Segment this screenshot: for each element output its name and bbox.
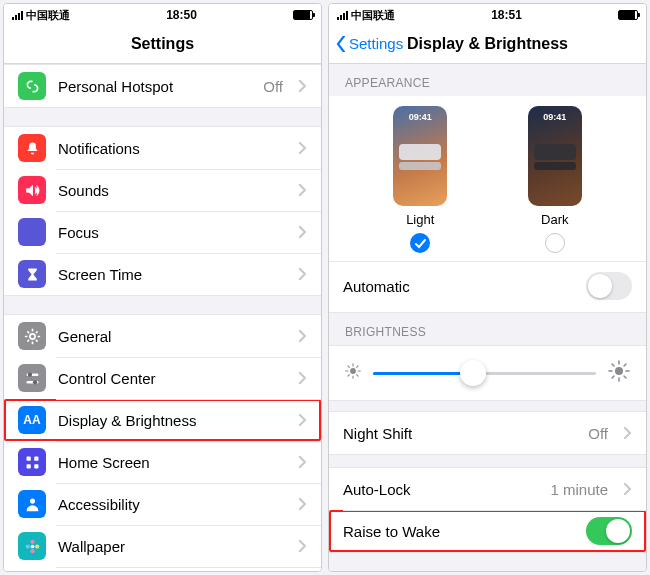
dark-theme-thumbnail: 09:41 [528,106,582,206]
carrier-label: 中国联通 [351,8,395,23]
night-shift-value: Off [588,425,608,442]
row-label: Screen Time [58,266,287,283]
link-icon [18,72,46,100]
row-value: Off [263,78,283,95]
svg-point-18 [29,498,34,503]
svg-point-12 [27,372,31,376]
speaker-icon [18,176,46,204]
row-label: General [58,328,287,345]
row-label: Sounds [58,182,287,199]
grid-icon [18,448,46,476]
svg-point-19 [30,544,34,548]
brightness-header: BRIGHTNESS [329,313,646,345]
status-bar: 中国联通 18:51 [329,4,646,24]
automatic-toggle[interactable] [586,272,632,300]
svg-point-9 [29,333,34,338]
settings-row-wallpaper[interactable]: Wallpaper [4,525,321,567]
settings-row-notifications[interactable]: Notifications [4,127,321,169]
status-time: 18:51 [491,8,522,22]
chevron-right-icon [299,456,307,468]
settings-row-personal-hotspot[interactable]: Personal HotspotOff [4,65,321,107]
chevron-right-icon [299,268,307,280]
AA-icon: AA [18,406,46,434]
brightness-high-icon [608,360,630,386]
page-title: Display & Brightness [407,35,568,53]
page-title: Settings [131,35,194,53]
settings-row-display-brightness[interactable]: AADisplay & Brightness [4,399,321,441]
svg-point-23 [35,544,39,548]
row-label: Home Screen [58,454,287,471]
phone-right-display-brightness: 中国联通 18:51 Settings Display & Brightness… [328,3,647,572]
night-shift-row[interactable]: Night Shift Off [329,412,646,454]
raise-to-wake-toggle[interactable] [586,517,632,545]
automatic-label: Automatic [343,278,586,295]
battery-icon [618,10,638,20]
person-icon [18,490,46,518]
back-button[interactable]: Settings [335,35,403,52]
svg-point-13 [32,380,36,384]
svg-rect-17 [34,464,38,468]
chevron-right-icon [299,414,307,426]
nav-bar: Settings Display & Brightness [329,24,646,64]
chevron-right-icon [624,483,632,495]
night-shift-label: Night Shift [343,425,576,442]
row-label: Notifications [58,140,287,157]
nav-bar: Settings [4,24,321,64]
svg-rect-14 [26,456,30,460]
settings-row-accessibility[interactable]: Accessibility [4,483,321,525]
settings-row-focus[interactable]: Focus [4,211,321,253]
chevron-right-icon [299,184,307,196]
chevron-right-icon [299,498,307,510]
auto-lock-label: Auto-Lock [343,481,538,498]
light-theme-thumbnail: 09:41 [393,106,447,206]
chevron-right-icon [299,372,307,384]
chevron-right-icon [299,226,307,238]
settings-row-general[interactable]: General [4,315,321,357]
gear-icon [18,322,46,350]
row-label: Personal Hotspot [58,78,251,95]
settings-row-control-center[interactable]: Control Center [4,357,321,399]
light-radio-selected[interactable] [410,233,430,253]
auto-lock-row[interactable]: Auto-Lock 1 minute [329,468,646,510]
raise-to-wake-label: Raise to Wake [343,523,574,540]
back-label: Settings [349,35,403,52]
flower-icon [18,532,46,560]
chevron-right-icon [299,330,307,342]
chevron-right-icon [299,540,307,552]
settings-row-screen-time[interactable]: Screen Time [4,253,321,295]
light-label: Light [406,212,434,227]
svg-point-20 [30,539,34,543]
settings-row-home-screen[interactable]: Home Screen [4,441,321,483]
appearance-header: APPEARANCE [329,64,646,96]
row-label: Wallpaper [58,538,287,555]
appearance-mode-dark[interactable]: 09:41 Dark [528,106,582,253]
auto-lock-value: 1 minute [550,481,608,498]
raise-to-wake-row[interactable]: Raise to Wake [329,510,646,552]
appearance-mode-light[interactable]: 09:41 Light [393,106,447,253]
svg-rect-15 [34,456,38,460]
bell-icon [18,134,46,162]
battery-icon [293,10,313,20]
row-label: Focus [58,224,287,241]
chevron-right-icon [299,80,307,92]
brightness-slider[interactable] [373,372,596,375]
settings-row-siri-search[interactable]: Siri & Search [4,567,321,571]
settings-row-sounds[interactable]: Sounds [4,169,321,211]
chevron-right-icon [624,427,632,439]
phone-left-settings: 中国联通 18:50 Settings Personal HotspotOffN… [3,3,322,572]
dark-radio-unselected[interactable] [545,233,565,253]
chevron-right-icon [299,142,307,154]
display-brightness-content[interactable]: APPEARANCE 09:41 Light 09:41 Dark [329,64,646,571]
dark-label: Dark [541,212,568,227]
appearance-block: 09:41 Light 09:41 Dark Automatic [329,96,646,313]
row-label: Control Center [58,370,287,387]
signal-icon [12,11,23,20]
status-time: 18:50 [166,8,197,22]
settings-list[interactable]: Personal HotspotOffNotificationsSoundsFo… [4,64,321,571]
sliders-icon [18,364,46,392]
svg-point-21 [30,549,34,553]
carrier-label: 中国联通 [26,8,70,23]
status-bar: 中国联通 18:50 [4,4,321,24]
svg-point-22 [25,544,29,548]
svg-rect-16 [26,464,30,468]
